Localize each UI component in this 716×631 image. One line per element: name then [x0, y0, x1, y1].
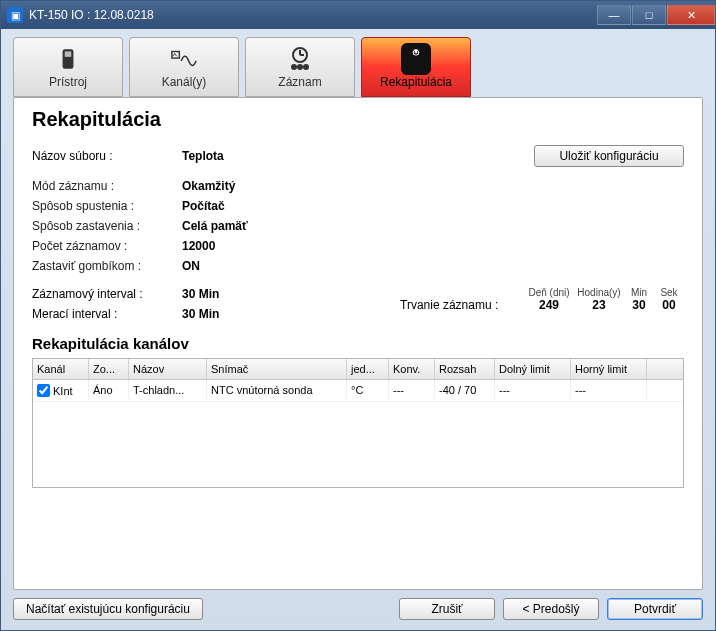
window-controls: — □ ✕: [596, 5, 715, 25]
table-header: Kanál Zo... Názov Snímač jed... Konv. Ro…: [33, 359, 683, 380]
rec-interval-value: 30 Min: [182, 287, 262, 301]
count-value: 12000: [182, 239, 684, 253]
dur-hours: 23: [574, 298, 624, 312]
cell-channel: KInt: [53, 385, 73, 397]
app-window: ▣ KT-150 IO : 12.08.0218 — □ ✕ Prístroj …: [0, 0, 716, 631]
page-title: Rekapitulácia: [32, 108, 161, 131]
summary-grid: Mód záznamu : Okamžitý Spôsob spustenia …: [32, 179, 684, 273]
previous-button[interactable]: < Predošlý: [503, 598, 599, 620]
content-panel: Rekapitulácia Názov súboru : Teplota Ulo…: [13, 97, 703, 590]
svg-rect-1: [65, 51, 72, 56]
tab-bar: Prístroj Kanál(y) Záznam Rekapitulácia: [1, 29, 715, 97]
close-button[interactable]: ✕: [667, 5, 715, 25]
filename-label: Názov súboru :: [32, 149, 182, 163]
count-label: Počet záznamov :: [32, 239, 182, 253]
dur-head-sec: Sek: [654, 287, 684, 298]
cell-low: ---: [495, 380, 571, 401]
mode-value: Okamžitý: [182, 179, 684, 193]
dur-sec: 00: [654, 298, 684, 312]
app-icon: ▣: [7, 7, 23, 23]
svg-point-7: [297, 64, 303, 70]
tab-label: Prístroj: [49, 75, 87, 89]
cell-range: -40 / 70: [435, 380, 495, 401]
th-range[interactable]: Rozsah: [435, 359, 495, 379]
cell-sensor: NTC vnútorná sonda: [207, 380, 347, 401]
row-checkbox[interactable]: [37, 384, 50, 397]
filename-value: Teplota: [182, 149, 224, 163]
channels-table: Kanál Zo... Názov Snímač jed... Konv. Ro…: [32, 358, 684, 488]
th-sensor[interactable]: Snímač: [207, 359, 347, 379]
tab-device[interactable]: Prístroj: [13, 37, 123, 97]
dur-head-days: Deň (dni): [524, 287, 574, 298]
titlebar: ▣ KT-150 IO : 12.08.0218 — □ ✕: [1, 1, 715, 29]
duration-block: Deň (dni) Hodina(y) Min Sek Trvanie zázn…: [400, 287, 684, 321]
confirm-button[interactable]: Potvrdiť: [607, 598, 703, 620]
cell-show: Áno: [89, 380, 129, 401]
dur-min: 30: [624, 298, 654, 312]
footer-bar: Načítať existujúcu konfiguráciu Zrušiť <…: [1, 598, 715, 630]
table-body: KIntÁnoT-chladn...NTC vnútorná sonda°C--…: [33, 380, 683, 402]
record-icon: [286, 45, 314, 73]
duration-label: Trvanie záznamu :: [400, 298, 510, 312]
tab-channels[interactable]: Kanál(y): [129, 37, 239, 97]
tab-recap[interactable]: Rekapitulácia: [361, 37, 471, 97]
channels-subheading: Rekapitulácia kanálov: [32, 335, 684, 352]
th-low[interactable]: Dolný limit: [495, 359, 571, 379]
cell-name: T-chladn...: [129, 380, 207, 401]
svg-point-8: [303, 64, 309, 70]
window-title: KT-150 IO : 12.08.0218: [29, 8, 154, 22]
intervals-row: Záznamový interval : 30 Min Merací inter…: [32, 287, 684, 321]
start-value: Počítač: [182, 199, 684, 213]
recap-icon: [402, 45, 430, 73]
device-icon: [54, 45, 82, 73]
buttonstop-label: Zastaviť gombíkom :: [32, 259, 182, 273]
svg-point-6: [291, 64, 297, 70]
cell-conv: ---: [389, 380, 435, 401]
dur-head-hours: Hodina(y): [574, 287, 624, 298]
table-row[interactable]: KIntÁnoT-chladn...NTC vnútorná sonda°C--…: [33, 380, 683, 402]
start-label: Spôsob spustenia :: [32, 199, 182, 213]
channels-icon: [170, 45, 198, 73]
cancel-button[interactable]: Zrušiť: [399, 598, 495, 620]
tab-label: Kanál(y): [162, 75, 207, 89]
dur-days: 249: [524, 298, 574, 312]
th-unit[interactable]: jed...: [347, 359, 389, 379]
th-conv[interactable]: Konv.: [389, 359, 435, 379]
th-show[interactable]: Zo...: [89, 359, 129, 379]
th-high[interactable]: Horný limit: [571, 359, 647, 379]
cell-unit: °C: [347, 380, 389, 401]
tab-record[interactable]: Záznam: [245, 37, 355, 97]
dur-head-min: Min: [624, 287, 654, 298]
minimize-button[interactable]: —: [597, 5, 631, 25]
buttonstop-value: ON: [182, 259, 684, 273]
save-config-button[interactable]: Uložiť konfiguráciu: [534, 145, 684, 167]
cell-high: ---: [571, 380, 647, 401]
maximize-button[interactable]: □: [632, 5, 666, 25]
th-name[interactable]: Názov: [129, 359, 207, 379]
meas-interval-label: Merací interval :: [32, 307, 182, 321]
load-config-button[interactable]: Načítať existujúcu konfiguráciu: [13, 598, 203, 620]
tab-label: Rekapitulácia: [380, 75, 452, 89]
tab-label: Záznam: [278, 75, 321, 89]
mode-label: Mód záznamu :: [32, 179, 182, 193]
meas-interval-value: 30 Min: [182, 307, 262, 321]
stop-value: Celá pamäť: [182, 219, 684, 233]
th-channel[interactable]: Kanál: [33, 359, 89, 379]
stop-label: Spôsob zastavenia :: [32, 219, 182, 233]
rec-interval-label: Záznamový interval :: [32, 287, 182, 301]
